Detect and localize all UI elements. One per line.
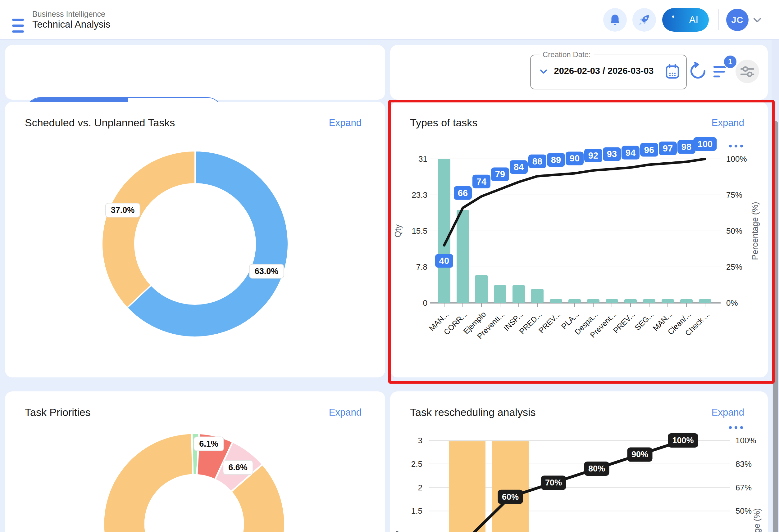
y-tick-right: 50% <box>726 226 742 236</box>
y-axis-title-left: Qty <box>393 531 403 532</box>
y-tick-right: 100% <box>726 154 747 163</box>
bar[interactable] <box>606 299 618 303</box>
point-label: 90% <box>632 450 648 459</box>
filters-panel: Creation Date: 2026-02-03 / 2026-03-03 <box>390 45 768 99</box>
page-title: Technical Analysis <box>32 19 111 30</box>
donut-slice <box>102 151 195 308</box>
y-tick-left: 2.5 <box>411 459 422 469</box>
sliders-icon <box>740 65 755 78</box>
refresh-icon[interactable] <box>689 61 707 81</box>
y-tick-left: 3 <box>418 436 422 445</box>
point-label: 79 <box>495 169 505 179</box>
point-label: 98 <box>681 142 692 152</box>
bar[interactable] <box>457 210 469 303</box>
point-label: 60% <box>502 492 519 502</box>
point-label: 100% <box>672 436 694 445</box>
y-tick-left: 0 <box>423 298 427 308</box>
chevron-down-icon[interactable] <box>753 17 762 23</box>
bar[interactable] <box>438 159 451 303</box>
assistant-button[interactable] <box>633 8 656 32</box>
y-tick-right: 0% <box>726 298 738 308</box>
point-label: 88 <box>532 156 542 167</box>
bar[interactable] <box>662 299 674 303</box>
point-label: 93 <box>607 149 617 159</box>
bell-icon <box>609 14 621 26</box>
bar[interactable] <box>550 299 562 303</box>
bar[interactable] <box>680 299 693 303</box>
bar[interactable] <box>492 441 529 532</box>
y-tick-right: 75% <box>726 190 742 200</box>
y-axis-title-right: Percentage (%) <box>751 202 760 260</box>
point-label: 80% <box>588 464 605 473</box>
settings-button[interactable] <box>735 60 759 83</box>
card-scheduled-vs-unplanned: Scheduled vs. Unplanned Tasks Expand Pla… <box>5 102 385 378</box>
notifications-button[interactable] <box>603 8 627 32</box>
bar[interactable] <box>699 299 711 303</box>
rocket-icon <box>638 13 651 26</box>
scrollbar-thumb[interactable] <box>773 121 778 532</box>
bar[interactable] <box>587 299 599 303</box>
app-root: Business Intelligence Technical Analysis… <box>0 0 779 532</box>
creation-date-value[interactable]: 2026-02-03 / 2026-03-03 <box>552 66 655 76</box>
y-axis-title-left: Qty <box>393 224 403 238</box>
x-label: SEG... <box>633 310 655 332</box>
y-tick-right: 100% <box>735 436 756 445</box>
y-tick-left: 7.8 <box>416 262 427 272</box>
header-divider <box>718 9 719 30</box>
point-label: 66 <box>458 188 468 198</box>
donut-chart-task-priorities <box>5 391 385 532</box>
ai-button-label: AI <box>689 14 698 25</box>
point-label: 74 <box>476 177 486 187</box>
calendar-icon[interactable] <box>665 63 680 79</box>
bar[interactable] <box>568 299 581 303</box>
point-label: 40 <box>439 256 449 266</box>
card-task-priorities: Task Priorities Expand 6.1%6.6% <box>5 391 385 532</box>
y-axis-title-right: Percentage (%) <box>752 508 762 532</box>
cumulative-line <box>444 159 705 245</box>
chevron-down-icon[interactable] <box>540 69 548 74</box>
app-title: Business Intelligence <box>32 9 111 19</box>
point-label: 70% <box>545 478 562 487</box>
point-label: 100 <box>698 139 713 149</box>
point-label: 90 <box>570 153 580 163</box>
creation-date-field[interactable]: Creation Date: 2026-02-03 / 2026-03-03 <box>530 55 687 89</box>
slice-label-medium: 6.6% <box>223 460 253 475</box>
card-types-of-tasks: Types of tasks Expand 31100%23.375%15.55… <box>390 102 768 378</box>
point-label: 84 <box>514 162 524 172</box>
donut-chart-planned-unplanned <box>5 102 385 350</box>
point-label: 89 <box>551 155 561 165</box>
creation-date-label: Creation Date: <box>540 50 594 59</box>
header: Business Intelligence Technical Analysis… <box>0 0 779 40</box>
bar[interactable] <box>475 275 488 303</box>
bar[interactable] <box>494 285 506 303</box>
y-tick-left: 31 <box>418 154 427 163</box>
y-tick-left: 15.5 <box>412 226 427 236</box>
bar[interactable] <box>513 285 525 303</box>
avatar[interactable]: JC <box>726 9 748 31</box>
y-tick-left: 23.3 <box>412 190 427 200</box>
card-task-rescheduling: Task rescheduling analysis Expand 3100%2… <box>390 391 768 532</box>
bar[interactable] <box>624 299 637 303</box>
filter-badge: 1 <box>723 55 737 69</box>
ai-button[interactable]: AI <box>662 8 709 32</box>
bar[interactable] <box>449 441 485 532</box>
pareto-chart-types-of-tasks: 31100%23.375%15.550%7.825%00%MAN...CORR.… <box>390 102 768 375</box>
slice-label-high: 6.1% <box>193 437 224 451</box>
point-label: 94 <box>625 148 636 158</box>
slice-label-unplanned: 37.0% <box>105 203 140 217</box>
y-tick-right: 83% <box>735 459 752 469</box>
bar[interactable] <box>643 299 655 303</box>
slice-label-planned: 63.0% <box>249 264 284 279</box>
y-tick-left: 2 <box>418 483 422 492</box>
y-tick-left: 1.5 <box>411 506 422 516</box>
y-tick-right: 25% <box>726 262 742 272</box>
point-label: 96 <box>644 145 654 155</box>
sparkle-icon <box>672 15 674 18</box>
header-titles: Business Intelligence Technical Analysis <box>32 9 111 30</box>
menu-icon[interactable] <box>12 19 24 33</box>
tabs-panel: Analysis Tasks WO Analysis <box>5 45 385 99</box>
point-label: 97 <box>663 143 673 153</box>
bar[interactable] <box>531 289 544 303</box>
y-tick-right: 67% <box>735 483 752 492</box>
y-tick-right: 50% <box>735 506 752 516</box>
